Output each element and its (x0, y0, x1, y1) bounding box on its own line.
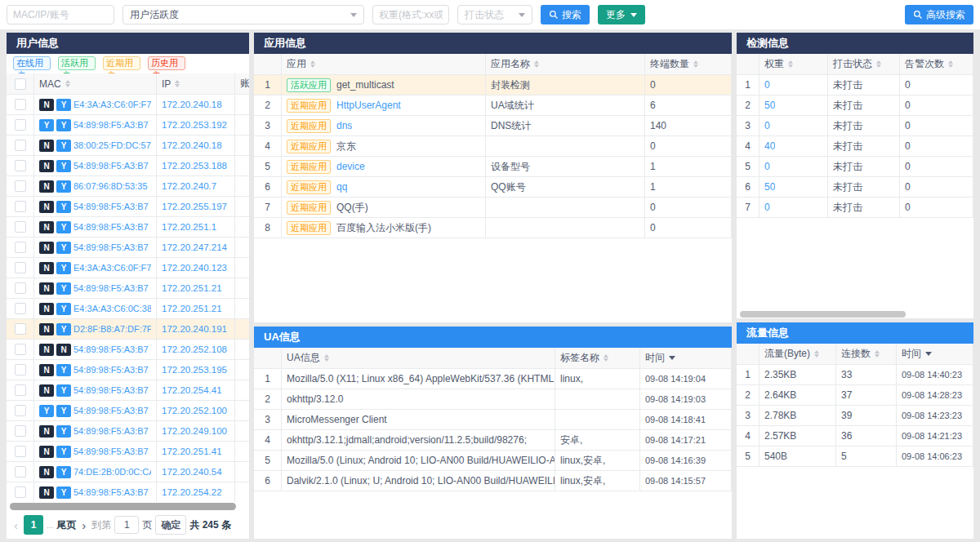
row-checkbox[interactable] (15, 323, 26, 335)
ua-row[interactable]: 1Mozilla/5.0 (X11; Linux x86_64) AppleWe… (254, 369, 732, 389)
user-row[interactable]: NY54:89:98:F5:A3:B7172.20.254.22 (7, 482, 249, 502)
col-app[interactable]: 应用 (282, 54, 486, 74)
col-ip[interactable]: IP (157, 73, 235, 94)
sort-icon[interactable] (604, 354, 608, 362)
ip-link[interactable]: 172.20.251.21 (162, 283, 222, 293)
user-tab-active[interactable]: 活跃用户 (58, 56, 96, 70)
mac-link[interactable]: 74:DE:2B:0D:0C:CA (74, 467, 151, 477)
row-checkbox[interactable] (15, 364, 26, 375)
row-checkbox[interactable] (15, 282, 26, 294)
user-row[interactable]: NYD2:8F:B8:A7:DF:7F172.20.240.191 (7, 319, 249, 340)
sort-icon[interactable] (324, 354, 329, 362)
user-row[interactable]: NY54:89:98:F5:A3:B7172.20.253.195 (7, 360, 249, 380)
weight-input[interactable] (372, 5, 449, 24)
row-checkbox[interactable] (15, 446, 26, 457)
detect-row[interactable]: 10未打击0 (737, 75, 973, 96)
mac-link[interactable]: 54:89:98:F5:A3:B7 (74, 344, 149, 354)
sort-icon[interactable] (175, 80, 180, 87)
col-mac[interactable]: MAC (34, 73, 157, 94)
keyword-input[interactable] (7, 5, 114, 24)
goto-page-input[interactable] (114, 516, 139, 534)
sort-icon[interactable] (814, 350, 819, 358)
user-table-hscrollbar[interactable] (7, 502, 249, 511)
ua-row[interactable]: 6Dalvik/2.1.0 (Linux; U; Android 10; LIO… (254, 471, 732, 491)
row-checkbox[interactable] (15, 486, 26, 498)
weight-link[interactable]: 50 (764, 100, 775, 111)
mac-link[interactable]: 38:00:25:FD:DC:57 (74, 140, 151, 150)
mac-link[interactable]: E4:3A:A3:C6:0F:F7 (74, 100, 151, 109)
app-row[interactable]: 6近期应用qqQQ账号1 (254, 177, 732, 198)
mac-link[interactable]: 54:89:98:F5:A3:B7 (74, 487, 149, 497)
flow-row[interactable]: 5540B509-08 14:06:23 (737, 446, 973, 467)
user-row[interactable]: NY54:89:98:F5:A3:B7172.20.249.100 (7, 421, 249, 442)
detect-table-hscrollbar[interactable] (737, 309, 973, 318)
user-row[interactable]: NY54:89:98:F5:A3:B7172.20.255.197 (7, 197, 249, 217)
col-strike-status[interactable]: 打击状态 (828, 54, 900, 74)
ip-link[interactable]: 172.20.254.41 (162, 385, 222, 395)
row-checkbox[interactable] (15, 180, 26, 192)
user-row[interactable]: NYE4:3A:A3:C6:0F:F7172.20.240.123 (7, 258, 249, 278)
ip-link[interactable]: 172.20.253.195 (162, 365, 227, 375)
user-row[interactable]: NYE4:3A:A3:C6:0C:38172.20.251.21 (7, 299, 249, 319)
scrollbar-thumb[interactable] (740, 311, 906, 318)
ip-link[interactable]: 172.20.255.197 (162, 202, 227, 211)
mac-link[interactable]: 86:07:96:8D:53:35 (74, 181, 148, 191)
last-page-button[interactable]: 尾页 (56, 518, 76, 532)
col-time[interactable]: 时间 (640, 348, 732, 368)
mac-link[interactable]: 54:89:98:F5:A3:B7 (74, 283, 149, 293)
ip-link[interactable]: 172.20.240.123 (162, 263, 227, 273)
app-row[interactable]: 1活跃应用get_multicast封装检测0 (254, 75, 732, 96)
sort-icon[interactable] (948, 60, 953, 68)
row-checkbox[interactable] (15, 303, 26, 314)
mac-link[interactable]: D2:8F:B8:A7:DF:7F (74, 324, 151, 334)
user-row[interactable]: NY54:89:98:F5:A3:B7172.20.247.214 (7, 238, 249, 258)
ip-link[interactable]: 172.20.253.192 (162, 120, 227, 130)
user-row[interactable]: NY54:89:98:F5:A3:B7172.20.251.1 (7, 217, 249, 238)
col-ua[interactable]: UA信息 (282, 348, 555, 368)
col-alert-count[interactable]: 告警次数 (900, 54, 973, 74)
weight-link[interactable]: 0 (764, 161, 770, 172)
current-page-button[interactable]: 1 (24, 515, 43, 535)
app-link[interactable]: dns (336, 120, 352, 131)
goto-confirm-button[interactable]: 确定 (155, 515, 186, 535)
user-row[interactable]: NY74:DE:2B:0D:0C:CA172.20.240.54 (7, 462, 249, 482)
app-link[interactable]: qq (336, 181, 347, 193)
ua-row[interactable]: 4okhttp/3.12.1;jdmall;android;version/11… (254, 430, 732, 451)
col-tag-name[interactable]: 标签名称 (555, 348, 640, 368)
user-row[interactable]: YY54:89:98:F5:A3:B7172.20.252.100 (7, 401, 249, 421)
mac-link[interactable]: 54:89:98:F5:A3:B7 (74, 365, 149, 375)
app-row[interactable]: 5近期应用device设备型号1 (254, 157, 732, 177)
user-row[interactable]: NY54:89:98:F5:A3:B7172.20.253.188 (7, 156, 249, 176)
mac-link[interactable]: 54:89:98:F5:A3:B7 (74, 161, 149, 171)
mac-link[interactable]: 54:89:98:F5:A3:B7 (74, 120, 149, 130)
detect-row[interactable]: 30未打击0 (737, 116, 973, 136)
sort-icon[interactable] (788, 60, 793, 68)
ip-link[interactable]: 172.20.254.22 (162, 487, 222, 497)
col-bytes[interactable]: 流量(Byte) (760, 344, 836, 364)
app-row[interactable]: 2近期应用HttpUserAgentUA域统计6 (254, 96, 732, 116)
select-all-checkbox[interactable] (15, 78, 26, 90)
row-checkbox[interactable] (15, 242, 26, 253)
row-checkbox[interactable] (15, 119, 26, 131)
ip-link[interactable]: 172.20.251.21 (162, 304, 222, 313)
col-time[interactable]: 时间 (897, 344, 973, 364)
detect-row[interactable]: 250未打击0 (737, 96, 973, 116)
ip-link[interactable]: 172.20.240.7 (162, 181, 216, 191)
ip-link[interactable]: 172.20.249.100 (162, 426, 227, 436)
sort-icon[interactable] (65, 80, 70, 87)
weight-link[interactable]: 50 (764, 181, 775, 193)
mac-link[interactable]: 54:89:98:F5:A3:B7 (74, 222, 149, 232)
mac-link[interactable]: E4:3A:A3:C6:0C:38 (74, 304, 151, 313)
mac-link[interactable]: 54:89:98:F5:A3:B7 (74, 242, 149, 252)
mac-link[interactable]: 54:89:98:F5:A3:B7 (74, 426, 149, 436)
app-row[interactable]: 8近期应用百度输入法小米版(手)0 (254, 218, 732, 238)
row-checkbox[interactable] (15, 99, 26, 110)
app-row[interactable]: 7近期应用QQ(手)0 (254, 198, 732, 218)
mac-link[interactable]: E4:3A:A3:C6:0F:F7 (74, 263, 151, 273)
strike-status-select[interactable]: 打击状态 (457, 5, 532, 24)
ip-link[interactable]: 172.20.252.108 (162, 344, 227, 354)
detect-row[interactable]: 440未打击0 (737, 136, 973, 157)
user-row[interactable]: NYE4:3A:A3:C6:0F:F7172.20.240.18 (7, 95, 249, 115)
row-checkbox[interactable] (15, 140, 26, 151)
weight-link[interactable]: 0 (764, 120, 770, 131)
